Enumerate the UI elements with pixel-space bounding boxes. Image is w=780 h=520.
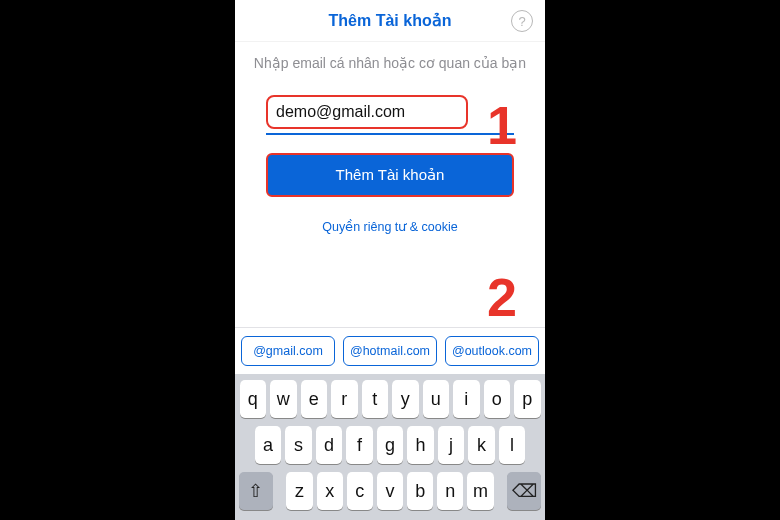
help-glyph: ? xyxy=(518,14,525,29)
content-area: Nhập email cá nhân hoặc cơ quan của bạn … xyxy=(235,42,545,327)
key-g[interactable]: g xyxy=(377,426,404,464)
key-p[interactable]: p xyxy=(514,380,541,418)
key-i[interactable]: i xyxy=(453,380,480,418)
key-s[interactable]: s xyxy=(285,426,312,464)
key-y[interactable]: y xyxy=(392,380,419,418)
add-account-button[interactable]: Thêm Tài khoản xyxy=(266,153,514,197)
suggestion-hotmail[interactable]: @hotmail.com xyxy=(343,336,437,366)
suggestion-gmail[interactable]: @gmail.com xyxy=(241,336,335,366)
phone-frame: Thêm Tài khoản ? Nhập email cá nhân hoặc… xyxy=(235,0,545,520)
key-k[interactable]: k xyxy=(468,426,495,464)
annotation-2: 2 xyxy=(487,266,517,328)
key-backspace[interactable]: ⌫ xyxy=(507,472,541,510)
key-u[interactable]: u xyxy=(423,380,450,418)
keyboard-row-3: ⇧ z x c v b n m ⌫ xyxy=(239,472,541,510)
ios-keyboard: q w e r t y u i o p a s d f g h j k l ⇧ xyxy=(235,374,545,520)
help-icon[interactable]: ? xyxy=(511,10,533,32)
key-t[interactable]: t xyxy=(362,380,389,418)
key-w[interactable]: w xyxy=(270,380,297,418)
key-n[interactable]: n xyxy=(437,472,463,510)
email-input-wrap xyxy=(266,95,514,135)
backspace-icon: ⌫ xyxy=(512,480,537,502)
key-d[interactable]: d xyxy=(316,426,343,464)
key-h[interactable]: h xyxy=(407,426,434,464)
key-j[interactable]: j xyxy=(438,426,465,464)
keyboard-row-2: a s d f g h j k l xyxy=(239,426,541,464)
key-shift[interactable]: ⇧ xyxy=(239,472,273,510)
key-c[interactable]: c xyxy=(347,472,373,510)
key-b[interactable]: b xyxy=(407,472,433,510)
key-m[interactable]: m xyxy=(467,472,493,510)
email-field[interactable] xyxy=(266,95,468,129)
privacy-cookie-link[interactable]: Quyền riêng tư & cookie xyxy=(322,219,458,234)
key-o[interactable]: o xyxy=(484,380,511,418)
instruction-text: Nhập email cá nhân hoặc cơ quan của bạn xyxy=(254,54,526,73)
shift-icon: ⇧ xyxy=(248,480,263,502)
key-r[interactable]: r xyxy=(331,380,358,418)
keyboard-row-1: q w e r t y u i o p xyxy=(239,380,541,418)
key-x[interactable]: x xyxy=(317,472,343,510)
key-z[interactable]: z xyxy=(286,472,312,510)
header: Thêm Tài khoản ? xyxy=(235,0,545,42)
input-underline xyxy=(266,133,514,135)
key-v[interactable]: v xyxy=(377,472,403,510)
suggestion-outlook[interactable]: @outlook.com xyxy=(445,336,539,366)
email-domain-suggestions: @gmail.com @hotmail.com @outlook.com xyxy=(235,327,545,374)
page-title: Thêm Tài khoản xyxy=(329,11,452,30)
key-e[interactable]: e xyxy=(301,380,328,418)
key-f[interactable]: f xyxy=(346,426,373,464)
key-q[interactable]: q xyxy=(240,380,267,418)
key-a[interactable]: a xyxy=(255,426,282,464)
key-l[interactable]: l xyxy=(499,426,526,464)
